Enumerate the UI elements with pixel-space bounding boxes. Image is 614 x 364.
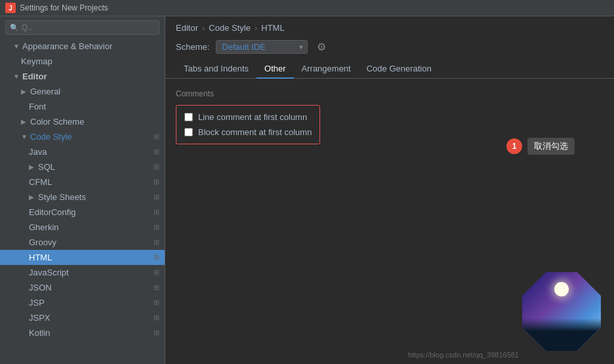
app-icon: J: [5, 3, 16, 13]
bubble-text: 取消勾选: [527, 138, 575, 155]
sidebar-item-groovy[interactable]: Groovy ⊞: [0, 235, 165, 250]
line-comment-checkbox[interactable]: [184, 113, 193, 121]
sidebar-item-label: Kotlin: [29, 328, 51, 338]
line-comment-row: Line comment at first column: [184, 112, 312, 122]
sidebar-item-keymap[interactable]: Keymap: [0, 54, 165, 69]
sidebar-item-label: HTML: [29, 253, 52, 262]
tab-code-generation[interactable]: Code Generation: [359, 60, 440, 79]
copy-icon: ⊞: [154, 238, 159, 247]
sidebar-item-javascript[interactable]: JavaScript ⊞: [0, 265, 165, 280]
expand-arrow: ▶: [21, 88, 28, 95]
gear-button[interactable]: ⚙: [314, 39, 329, 54]
block-comment-row: Block comment at first column: [184, 127, 312, 137]
sidebar-item-kotlin[interactable]: Kotlin ⊞: [0, 325, 165, 340]
block-comment-checkbox[interactable]: [184, 128, 193, 136]
sidebar-item-label: JavaScript: [29, 268, 69, 277]
sidebar: 🔍 ▼ Appearance & Behavior Keymap ▼ Edito…: [0, 16, 165, 364]
tab-other[interactable]: Other: [256, 60, 294, 79]
sidebar-item-label: Java: [29, 147, 47, 157]
sidebar-item-editorconfig[interactable]: EditorConfig ⊞: [0, 205, 165, 220]
sidebar-item-label: General: [30, 87, 60, 96]
scheme-select[interactable]: Default IDE Project: [216, 40, 308, 54]
content-panel: Editor › Code Style › HTML Scheme: Defau…: [165, 16, 614, 364]
breadcrumb: Editor › Code Style › HTML: [165, 16, 614, 37]
copy-icon: ⊞: [154, 298, 159, 307]
trees-decoration: [522, 318, 601, 351]
sidebar-item-json[interactable]: JSON ⊞: [0, 280, 165, 295]
decorative-image: [522, 272, 601, 351]
copy-icon: ⊞: [154, 178, 159, 186]
copy-icon: ⊞: [154, 329, 159, 337]
sidebar-item-label: Color Scheme: [30, 117, 84, 127]
content-body: Comments Line comment at first column Bl…: [165, 79, 614, 364]
copy-icon: ⊞: [154, 208, 159, 216]
sidebar-item-label: Keymap: [21, 56, 52, 66]
search-input[interactable]: [22, 23, 155, 32]
sidebar-item-label: EditorConfig: [29, 207, 76, 217]
expand-arrow: ▶: [21, 118, 28, 125]
scheme-label: Scheme:: [176, 42, 209, 52]
breadcrumb-html: HTML: [261, 23, 284, 33]
block-comment-label[interactable]: Block comment at first column: [198, 127, 312, 137]
sidebar-item-font[interactable]: Font: [0, 99, 165, 114]
copy-icon: ⊞: [154, 268, 159, 277]
sidebar-item-gherkin[interactable]: Gherkin ⊞: [0, 220, 165, 235]
copy-icon: ⊞: [154, 132, 159, 141]
sidebar-item-label: JSON: [29, 283, 52, 293]
tooltip-bubble: 1 取消勾选: [506, 138, 575, 155]
window-title: Settings for New Projects: [20, 3, 108, 12]
sidebar-item-cfml[interactable]: CFML ⊞: [0, 174, 165, 190]
sidebar-item-jspx[interactable]: JSPX ⊞: [0, 310, 165, 325]
sidebar-item-label: Gherkin: [29, 222, 59, 232]
breadcrumb-editor: Editor: [176, 23, 198, 33]
copy-icon: ⊞: [154, 283, 159, 292]
scheme-row: Scheme: Default IDE Project ⚙: [165, 37, 614, 60]
search-box[interactable]: 🔍: [5, 20, 159, 35]
sidebar-item-html[interactable]: HTML ⊞: [0, 250, 165, 265]
copy-icon: ⊞: [154, 253, 159, 262]
sidebar-item-codestyle[interactable]: ▼ Code Style ⊞: [0, 129, 165, 144]
comments-section-title: Comments: [176, 89, 604, 98]
sidebar-item-label: Code Style: [30, 132, 72, 142]
expand-arrow: ▶: [29, 193, 35, 201]
breadcrumb-codestyle: Code Style: [209, 23, 251, 33]
title-bar: J Settings for New Projects: [0, 0, 614, 16]
copy-icon: ⊞: [154, 148, 159, 156]
comments-box: Line comment at first column Block comme…: [176, 105, 320, 144]
sidebar-item-label: JSP: [29, 298, 45, 308]
octagon-decoration: [522, 272, 601, 351]
search-icon: 🔍: [10, 24, 19, 32]
moon-decoration: [554, 282, 569, 296]
sidebar-item-stylesheets[interactable]: ▶ Style Sheets ⊞: [0, 190, 165, 205]
breadcrumb-sep1: ›: [202, 23, 205, 33]
line-comment-label[interactable]: Line comment at first column: [198, 112, 307, 122]
expand-arrow: ▼: [13, 43, 20, 50]
copy-icon: ⊞: [154, 193, 159, 201]
tab-tabs-indents[interactable]: Tabs and Indents: [176, 60, 256, 79]
sidebar-item-editor[interactable]: ▼ Editor: [0, 69, 165, 84]
sidebar-item-label: Font: [29, 102, 46, 111]
scheme-select-wrapper[interactable]: Default IDE Project: [216, 40, 308, 54]
copy-icon: ⊞: [154, 313, 159, 322]
copy-icon: ⊞: [154, 163, 159, 171]
sidebar-item-label: Editor: [22, 71, 47, 81]
expand-arrow: ▼: [21, 133, 28, 140]
sidebar-item-sql[interactable]: ▶ SQL ⊞: [0, 159, 165, 174]
sidebar-item-label: JSPX: [29, 313, 51, 323]
sidebar-item-general[interactable]: ▶ General: [0, 84, 165, 99]
expand-arrow: ▼: [13, 73, 20, 80]
sidebar-item-jsp[interactable]: JSP ⊞: [0, 295, 165, 310]
tab-arrangement[interactable]: Arrangement: [294, 60, 359, 79]
tabs: Tabs and Indents Other Arrangement Code …: [165, 60, 614, 79]
sidebar-item-appearance[interactable]: ▼ Appearance & Behavior: [0, 39, 165, 54]
bubble-number: 1: [506, 138, 522, 154]
main-layout: 🔍 ▼ Appearance & Behavior Keymap ▼ Edito…: [0, 16, 614, 364]
sidebar-item-label: Groovy: [29, 237, 56, 247]
sidebar-item-colorscheme[interactable]: ▶ Color Scheme: [0, 114, 165, 129]
sidebar-item-java[interactable]: Java ⊞: [0, 144, 165, 159]
copy-icon: ⊞: [154, 223, 159, 232]
expand-arrow: ▶: [29, 163, 35, 171]
breadcrumb-sep2: ›: [255, 23, 257, 33]
sidebar-item-label: Appearance & Behavior: [22, 41, 112, 51]
sidebar-item-label: Style Sheets: [38, 192, 86, 202]
